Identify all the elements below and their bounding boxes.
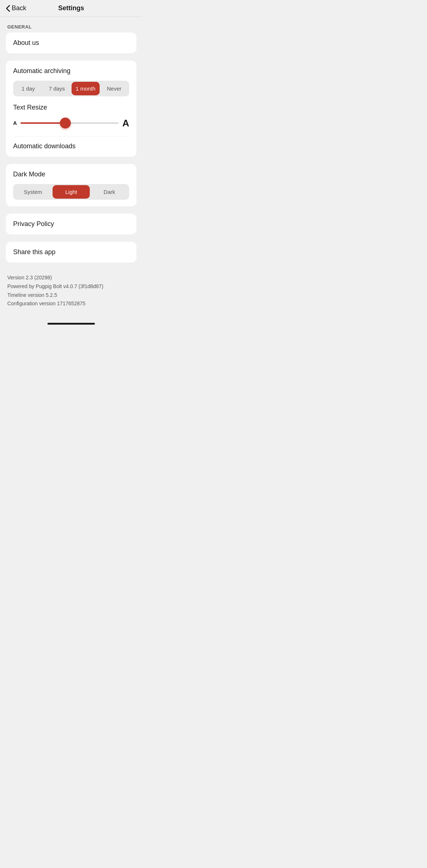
version-info: Version 2.3 (20298) Powered by Pugpig Bo… — [6, 270, 136, 312]
text-resize-title: Text Resize — [13, 104, 129, 111]
dark-mode-dark-btn[interactable]: Dark — [91, 185, 128, 199]
version-line1: Version 2.3 (20298) — [7, 274, 135, 282]
dark-mode-segment-group: System Light Dark — [13, 184, 129, 200]
small-a-label: A — [13, 120, 17, 126]
text-resize-slider[interactable] — [20, 122, 119, 124]
archiving-never-btn[interactable]: Never — [100, 82, 128, 95]
dark-mode-card: Dark Mode System Light Dark — [6, 164, 136, 206]
text-resize-slider-row: A A — [13, 116, 129, 130]
back-label: Back — [12, 4, 26, 12]
settings-content: GENERAL About us Automatic archiving 1 d… — [0, 17, 142, 336]
archiving-1day-btn[interactable]: 1 day — [14, 82, 42, 95]
about-us-card[interactable]: About us — [6, 32, 136, 53]
archiving-title: Automatic archiving — [13, 67, 70, 74]
nav-bar: Back Settings — [0, 0, 142, 17]
share-app-card[interactable]: Share this app — [6, 242, 136, 263]
home-indicator — [6, 323, 136, 328]
dark-mode-title: Dark Mode — [13, 171, 45, 178]
auto-downloads-label[interactable]: Automatic downloads — [13, 136, 129, 150]
share-app-label[interactable]: Share this app — [13, 248, 55, 256]
dark-mode-light-btn[interactable]: Light — [53, 185, 90, 199]
archiving-1month-btn[interactable]: 1 month — [72, 82, 100, 95]
archiving-7days-btn[interactable]: 7 days — [43, 82, 71, 95]
text-resize-section: Text Resize A A — [13, 104, 129, 130]
page-title: Settings — [58, 4, 84, 12]
version-line3: Timeline version 5.2.5 — [7, 291, 135, 300]
back-chevron-icon — [6, 5, 10, 12]
version-line4: Configuration version 1717652875 — [7, 299, 135, 308]
privacy-policy-label[interactable]: Privacy Policy — [13, 220, 54, 227]
back-button[interactable]: Back — [6, 4, 26, 12]
slider-container[interactable] — [20, 116, 119, 130]
general-section-label: GENERAL — [6, 24, 136, 30]
privacy-policy-card[interactable]: Privacy Policy — [6, 214, 136, 234]
archiving-card: Automatic archiving 1 day 7 days 1 month… — [6, 61, 136, 157]
dark-mode-system-btn[interactable]: System — [14, 185, 52, 199]
large-a-label: A — [122, 118, 129, 129]
about-us-label[interactable]: About us — [13, 39, 39, 46]
version-line2: Powered by Pugpig Bolt v4.0.7 (3f1d8d87) — [7, 282, 135, 291]
home-bar — [47, 323, 95, 325]
archiving-segment-group: 1 day 7 days 1 month Never — [13, 81, 129, 96]
